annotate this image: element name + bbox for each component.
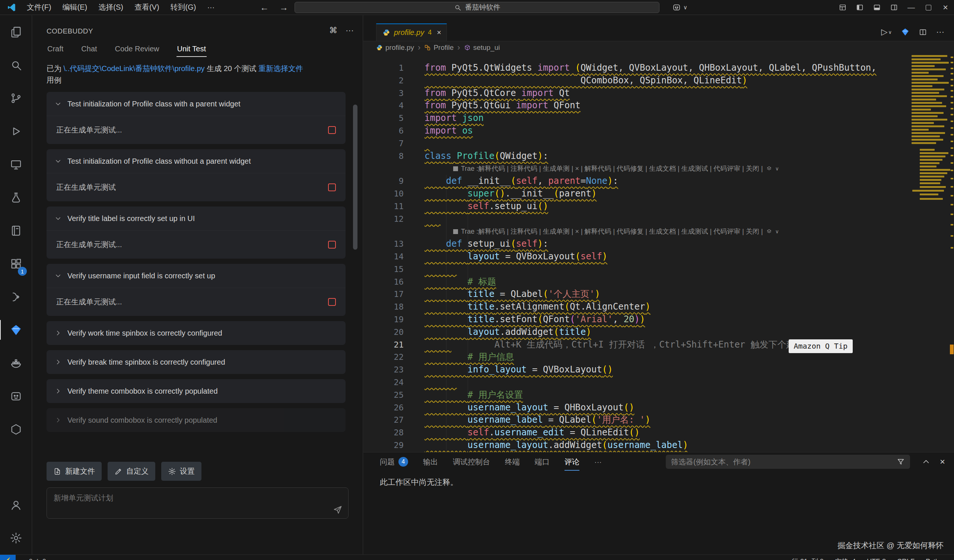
code-line[interactable]: 5import json <box>363 112 906 124</box>
chevron-down-icon[interactable] <box>55 272 61 279</box>
code-line[interactable]: 27 username_label = QLabel('用户名: ') <box>363 414 906 426</box>
close-button[interactable]: × <box>937 0 954 15</box>
split-editor-icon[interactable] <box>919 28 927 36</box>
chevron-down-icon[interactable] <box>55 101 61 107</box>
codebuddy-gem-icon[interactable] <box>901 28 910 36</box>
search-icon[interactable] <box>0 48 32 81</box>
run-button[interactable]: ▷∨ <box>881 27 892 37</box>
current-line[interactable]: 21 Alt+K 生成代码，Ctrl+I 打开对话 ，Ctrl+Shift+En… <box>363 339 906 351</box>
code-line[interactable]: 18 title.setAlignment(Qt.AlignCenter) <box>363 301 906 313</box>
sidebar-tab-chat[interactable]: Chat <box>80 42 98 56</box>
panel-tab-3[interactable]: 终端 <box>505 455 520 469</box>
tab-close-icon[interactable]: × <box>437 28 441 37</box>
panel-tab-2[interactable]: 调试控制台 <box>453 455 490 469</box>
stop-generation-button[interactable] <box>328 241 336 249</box>
code-line[interactable]: 29 username_layout.addWidget(username_la… <box>363 439 906 452</box>
menu-item-0[interactable]: 文件(F) <box>22 1 56 14</box>
test-card-header[interactable]: Verify work time spinbox is correctly co… <box>47 321 346 345</box>
test-card-header[interactable]: Verify sound combobox is correctly popul… <box>47 408 346 432</box>
toggle-panel-icon[interactable] <box>868 0 885 15</box>
code-lens[interactable]: Trae :解释代码 | 注释代码 | 生成单测 | × | 解释代码 | 代码… <box>363 162 906 175</box>
codebuddy-icon[interactable] <box>0 313 32 347</box>
code-line[interactable]: 15 <box>363 263 906 276</box>
code-editor[interactable]: 1from PyQt5.QtWidgets import (QWidget, Q… <box>363 54 954 452</box>
breadcrumb-item-profile-py[interactable]: profile.py <box>376 44 414 52</box>
code-line[interactable]: 12 <box>363 213 906 226</box>
panel-close-icon[interactable]: × <box>940 457 945 467</box>
menu-item-5[interactable]: ··· <box>203 2 219 13</box>
test-card-header[interactable]: Verify theme combobox is correctly popul… <box>47 379 346 403</box>
docker-icon[interactable] <box>0 347 32 380</box>
code-line[interactable]: 22 # 用户信息 <box>363 351 906 364</box>
code-line[interactable]: 19 title.setFont(QFont('Arial', 20)) <box>363 313 906 326</box>
code-line[interactable]: 1from PyQt5.QtWidgets import (QWidget, Q… <box>363 62 906 75</box>
panel-tab-6[interactable]: ··· <box>594 456 602 468</box>
remote-explorer-icon[interactable] <box>0 148 32 181</box>
menu-item-3[interactable]: 查看(V) <box>130 1 164 14</box>
back-icon[interactable]: ← <box>260 2 269 12</box>
code-lens-menu-icon[interactable] <box>766 166 772 172</box>
reselect-file-link[interactable]: 重新选择文件 <box>259 64 303 73</box>
minimap[interactable] <box>910 55 950 278</box>
panel-tab-0[interactable]: 问题4 <box>380 455 408 469</box>
status-item-right-1[interactable]: 空格: 4 <box>835 555 856 560</box>
status-item-right-3[interactable]: CRLF <box>897 555 915 560</box>
toggle-secondary-sidebar-icon[interactable] <box>885 0 903 15</box>
menu-item-4[interactable]: 转到(G) <box>166 1 201 14</box>
test-plan-input[interactable] <box>47 488 348 518</box>
chevron-down-icon[interactable] <box>55 158 61 165</box>
status-item-right-0[interactable]: 行 21, 列 9 <box>792 555 824 560</box>
code-line[interactable]: 4from PyQt5.QtGui import QFont <box>363 100 906 112</box>
run-debug-icon[interactable] <box>0 115 32 148</box>
chevron-right-icon[interactable] <box>55 359 61 366</box>
remote-indicator[interactable]: ⚡ <box>0 555 16 560</box>
stop-generation-button[interactable] <box>328 126 336 134</box>
code-line[interactable]: 14 layout = QVBoxLayout(self) <box>363 250 906 263</box>
code-line[interactable]: 3from PyQt5.QtCore import Qt <box>363 87 906 100</box>
panel-tab-1[interactable]: 输出 <box>423 455 438 469</box>
ai-assistant-button[interactable]: ∨ <box>672 0 687 15</box>
assistant-face-icon[interactable] <box>0 380 32 413</box>
code-line[interactable]: 25 # 用户名设置 <box>363 389 906 401</box>
code-line[interactable]: 7 <box>363 137 906 150</box>
code-line[interactable]: 13 def setup_ui(self): <box>363 238 906 250</box>
settings-gear-icon[interactable] <box>0 521 32 554</box>
forward-icon[interactable]: → <box>279 2 288 12</box>
stop-generation-button[interactable] <box>328 184 336 191</box>
test-card-header[interactable]: Verify break time spinbox is correctly c… <box>47 350 346 374</box>
sidebar-button-2[interactable]: 设置 <box>161 462 201 481</box>
workflow-icon[interactable] <box>0 280 32 313</box>
sidebar-tab-code-review[interactable]: Code Review <box>114 42 160 56</box>
extensions-icon[interactable]: 1 <box>0 247 32 280</box>
code-line[interactable]: 20 layout.addWidget(title) <box>363 326 906 339</box>
chevron-right-icon[interactable] <box>55 417 61 423</box>
panel-tab-5[interactable]: 评论 <box>564 455 579 469</box>
source-control-icon[interactable] <box>0 81 32 115</box>
test-card-header[interactable]: Verify title label is correctly set up i… <box>47 207 346 230</box>
code-lens[interactable]: Trae :解释代码 | 注释代码 | 生成单测 | × | 解释代码 | 代码… <box>363 225 906 238</box>
code-lens-menu-icon[interactable] <box>766 229 772 235</box>
panel-tab-4[interactable]: 端口 <box>535 455 550 469</box>
maximize-button[interactable] <box>920 0 937 15</box>
tab-profile-py[interactable]: profile.py 4 × <box>376 23 447 41</box>
comments-filter-input[interactable]: 筛选器(例如文本、作者) <box>666 455 910 469</box>
code-line[interactable]: 28 self.username_edit = QLineEdit() <box>363 426 906 439</box>
sidebar-button-1[interactable]: 自定义 <box>108 462 155 481</box>
sidebar-button-0[interactable]: 新建文件 <box>47 462 102 481</box>
send-icon[interactable] <box>332 504 343 515</box>
code-line[interactable]: 26 username_layout = QHBoxLayout() <box>363 401 906 414</box>
search-input[interactable]: 番茄钟软件 <box>295 2 659 13</box>
more-actions-icon[interactable]: ··· <box>346 26 354 35</box>
code-line[interactable]: 17 title = QLabel('个人主页') <box>363 288 906 301</box>
code-line[interactable]: 16 # 标题 <box>363 276 906 288</box>
test-card-header[interactable]: Test initialization of Profile class wit… <box>47 149 346 173</box>
menu-item-1[interactable]: 编辑(E) <box>58 1 92 14</box>
test-beaker-icon[interactable] <box>0 181 32 214</box>
panel-maximize-icon[interactable] <box>922 458 930 466</box>
sidebar-tab-craft[interactable]: Craft <box>47 42 64 56</box>
toggle-sidebar-icon[interactable] <box>851 0 868 15</box>
notebook-icon[interactable] <box>0 214 32 247</box>
test-card-header[interactable]: Verify username input field is correctly… <box>47 264 346 288</box>
status-item-left-0[interactable]: × 0 ⚠ 0 <box>23 555 46 560</box>
chevron-down-icon[interactable] <box>55 215 61 222</box>
